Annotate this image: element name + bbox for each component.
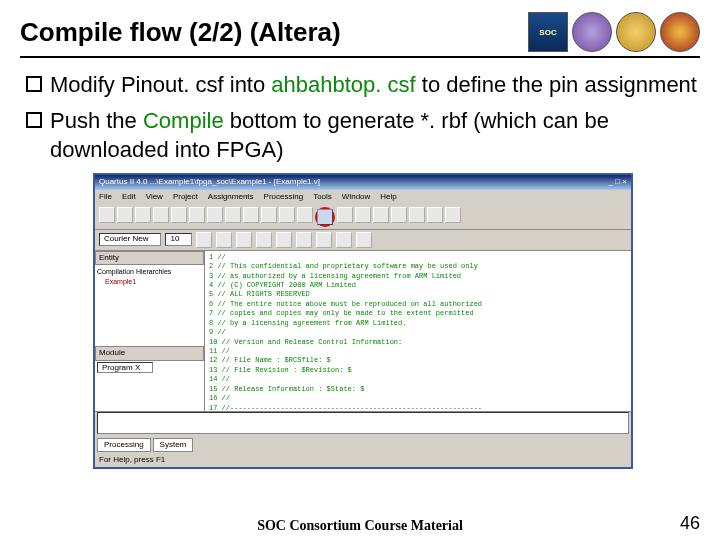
save-icon[interactable] <box>135 207 151 223</box>
bullet-2-pre: Push the <box>50 108 143 133</box>
quartus-screenshot: Quartus II 4.0 ...\Example1\fpga_soc\Exa… <box>93 173 633 469</box>
slide-title: Compile flow (2/2) (Altera) <box>20 17 341 48</box>
entity-panel-body: Compilation Hierarchies Example1 <box>95 265 204 346</box>
toolbar-icon[interactable] <box>216 232 232 248</box>
left-panels: Entity Compilation Hierarchies Example1 … <box>95 251 205 411</box>
toolbar-icon[interactable] <box>261 207 277 223</box>
toolbar-icon[interactable] <box>356 232 372 248</box>
code-line: 17 //-----------------------------------… <box>209 404 627 411</box>
menu-edit[interactable]: Edit <box>122 192 136 203</box>
university-logo-2-icon <box>660 12 700 52</box>
copy-icon[interactable] <box>189 207 205 223</box>
menu-assignments[interactable]: Assignments <box>208 192 254 203</box>
toolbar-icon[interactable] <box>236 232 252 248</box>
compile-button[interactable] <box>315 207 335 227</box>
undo-icon[interactable] <box>225 207 241 223</box>
bullet-square-icon <box>26 112 42 128</box>
module-panel-title: Module <box>95 346 204 361</box>
menu-processing[interactable]: Processing <box>264 192 304 203</box>
bullet-1-highlight: ahbahbtop. csf <box>271 72 415 97</box>
code-line: 5 // ALL RIGHTS RESERVED <box>209 290 627 299</box>
slide-footer: SOC Consortium Course Material <box>0 518 720 534</box>
bottom-tabs: Processing System <box>95 436 631 455</box>
code-line: 11 // <box>209 347 627 356</box>
code-line: 12 // File Name : $RCSfile: $ <box>209 356 627 365</box>
code-line: 7 // copies and copies may only be made … <box>209 309 627 318</box>
entity-panel-title: Entity <box>95 251 204 266</box>
tree-item[interactable]: Compilation Hierarchies <box>97 267 202 276</box>
window-titlebar: Quartus II 4.0 ...\Example1\fpga_soc\Exa… <box>95 175 631 190</box>
menu-window[interactable]: Window <box>342 192 370 203</box>
code-line: 14 // <box>209 375 627 384</box>
code-line: 2 // This confidential and proprietary s… <box>209 262 627 271</box>
code-line: 6 // The entire notice above must be rep… <box>209 300 627 309</box>
open-file-icon[interactable] <box>117 207 133 223</box>
slide-content: Modify Pinout. csf into ahbahbtop. csf t… <box>20 70 700 469</box>
toolbar-icon[interactable] <box>196 232 212 248</box>
new-file-icon[interactable] <box>99 207 115 223</box>
tab-system[interactable]: System <box>153 438 194 453</box>
bullet-square-icon <box>26 76 42 92</box>
toolbar-icon[interactable] <box>427 207 443 223</box>
code-line: 8 // by a licensing agreement from ARM L… <box>209 319 627 328</box>
code-line: 1 // <box>209 253 627 262</box>
code-line: 15 // Release Information : $State: $ <box>209 385 627 394</box>
tab-processing[interactable]: Processing <box>97 438 151 453</box>
bullet-1-pre: Modify Pinout. csf into <box>50 72 271 97</box>
status-bar: For Help, press F1 <box>95 454 631 467</box>
print-icon[interactable] <box>153 207 169 223</box>
slide-header: Compile flow (2/2) (Altera) SOC <box>20 12 700 58</box>
bottom-panel: Processing System For Help, press F1 <box>95 411 631 468</box>
editor-body: Entity Compilation Hierarchies Example1 … <box>95 251 631 411</box>
program-combo[interactable]: Program X <box>97 362 153 373</box>
fontsize-combo[interactable]: 10 <box>165 233 192 246</box>
bullet-1: Modify Pinout. csf into ahbahbtop. csf t… <box>26 70 700 100</box>
toolbar-icon[interactable] <box>373 207 389 223</box>
logo-row: SOC <box>528 12 700 52</box>
module-panel-body: Program X <box>95 361 204 411</box>
toolbar-icon[interactable] <box>276 232 292 248</box>
bullet-2: Push the Compile bottom to generate *. r… <box>26 106 700 165</box>
tree-item[interactable]: Example1 <box>97 277 202 286</box>
window-controls-icon: _ □ × <box>609 177 627 188</box>
toolbar-icon[interactable] <box>296 232 312 248</box>
menu-bar: File Edit View Project Assignments Proce… <box>95 190 631 205</box>
code-line: 13 // File Revision : $Revision: $ <box>209 366 627 375</box>
soc-logo: SOC <box>528 12 568 52</box>
cut-icon[interactable] <box>171 207 187 223</box>
university-logo-1-icon <box>616 12 656 52</box>
toolbar-icon[interactable] <box>336 232 352 248</box>
consortium-logo-icon <box>572 12 612 52</box>
toolbar-icon[interactable] <box>355 207 371 223</box>
redo-icon[interactable] <box>243 207 259 223</box>
menu-view[interactable]: View <box>146 192 163 203</box>
toolbar-row-2: Courier New 10 <box>95 230 631 251</box>
font-combo[interactable]: Courier New <box>99 233 161 246</box>
bullet-2-highlight: Compile <box>143 108 224 133</box>
menu-project[interactable]: Project <box>173 192 198 203</box>
toolbar-icon[interactable] <box>256 232 272 248</box>
toolbar-icon[interactable] <box>297 207 313 223</box>
window-title: Quartus II 4.0 ...\Example1\fpga_soc\Exa… <box>99 177 320 188</box>
menu-help[interactable]: Help <box>380 192 396 203</box>
toolbar-icon[interactable] <box>445 207 461 223</box>
code-line: 4 // (C) COPYRIGHT 2000 ARM Limited <box>209 281 627 290</box>
page-number: 46 <box>680 513 700 534</box>
code-line: 16 // <box>209 394 627 403</box>
toolbar-icon[interactable] <box>316 232 332 248</box>
toolbar-icon[interactable] <box>279 207 295 223</box>
bullet-1-post: to define the pin assignment <box>416 72 697 97</box>
menu-tools[interactable]: Tools <box>313 192 332 203</box>
toolbar-icon[interactable] <box>391 207 407 223</box>
toolbar-row-1 <box>95 205 631 230</box>
toolbar-icon[interactable] <box>337 207 353 223</box>
play-icon <box>317 209 333 225</box>
messages-area[interactable] <box>97 412 629 434</box>
menu-file[interactable]: File <box>99 192 112 203</box>
code-line: 10 // Version and Release Control Inform… <box>209 338 627 347</box>
code-line: 9 // <box>209 328 627 337</box>
paste-icon[interactable] <box>207 207 223 223</box>
code-line: 3 // as authorized by a licensing agreem… <box>209 272 627 281</box>
toolbar-icon[interactable] <box>409 207 425 223</box>
code-editor[interactable]: 1 // 2 // This confidential and propriet… <box>205 251 631 411</box>
